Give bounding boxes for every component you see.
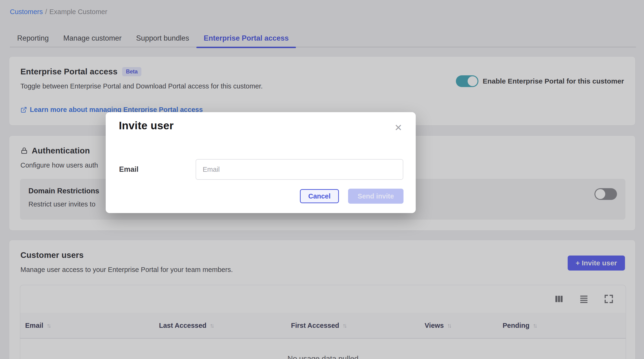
- email-field-label: Email: [119, 159, 138, 180]
- close-icon[interactable]: ✕: [392, 121, 405, 134]
- send-invite-button[interactable]: Send invite: [348, 189, 404, 204]
- modal-title: Invite user: [119, 119, 174, 132]
- page: Customers/Example Customer Reporting Man…: [0, 0, 644, 359]
- cancel-button[interactable]: Cancel: [300, 189, 339, 203]
- email-field[interactable]: [196, 159, 403, 180]
- invite-user-modal: Invite user ✕ Email Cancel Send invite: [106, 112, 416, 213]
